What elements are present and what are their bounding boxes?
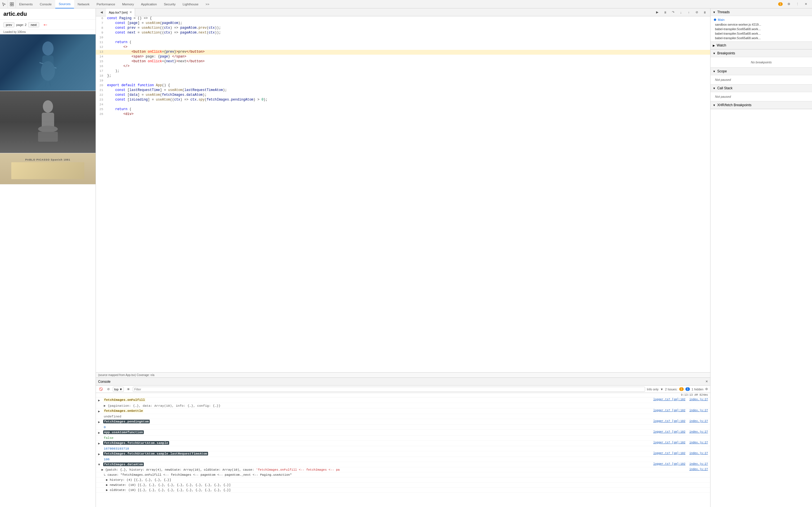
- expand-arrow-7[interactable]: ▼: [98, 462, 101, 466]
- link-logger-3[interactable]: logger.ts? [sm]:102: [653, 420, 688, 423]
- tab-network[interactable]: Network: [74, 0, 93, 8]
- thread-worker-2[interactable]: babel-transpiler.5ce65a68.work...: [713, 27, 810, 31]
- link-index-4[interactable]: index.js:27: [689, 431, 710, 434]
- file-tab-close[interactable]: ✕: [130, 10, 132, 14]
- console-filter-input[interactable]: [133, 387, 645, 392]
- chevron-down-icon-2: ▼: [660, 388, 663, 391]
- thread-worker-4[interactable]: babel-transpiler.5ce65a68.work...: [713, 36, 810, 40]
- tab-sources[interactable]: Sources: [55, 0, 74, 8]
- console-block-btn[interactable]: ⊘: [105, 386, 111, 392]
- code-line-7: 7 const [page] = useAtom(pageAtom);: [96, 21, 710, 26]
- code-line-23: 23 const [isLoading] = useAtom((ctx) => …: [96, 98, 710, 103]
- expand-arrow-1b[interactable]: ▶: [104, 404, 106, 407]
- sources-step-in-btn[interactable]: ↓: [677, 9, 684, 16]
- sources-back-btn[interactable]: ◀: [98, 9, 105, 16]
- tab-memory[interactable]: Memory: [119, 0, 138, 8]
- expand-history[interactable]: ▶: [106, 478, 108, 482]
- issues-badge-1: 1: [679, 387, 684, 391]
- console-entry-4b: false: [96, 436, 710, 441]
- scope-header[interactable]: ▼ Scope: [711, 68, 812, 75]
- more-options-icon[interactable]: ⋮: [794, 0, 801, 8]
- expand-arrow-4[interactable]: ▶: [98, 431, 101, 435]
- svg-point-12: [38, 126, 58, 132]
- expand-arrow-2[interactable]: ▶: [98, 409, 101, 413]
- expand-arrow-3[interactable]: ▶: [98, 420, 101, 424]
- watch-header[interactable]: ▶ Watch: [711, 42, 812, 49]
- console-timestamp: 9:13:13 AM 824ms: [96, 393, 710, 397]
- expand-oldstate[interactable]: ▶: [106, 489, 108, 492]
- link-index-3[interactable]: index.js:27: [689, 420, 710, 423]
- expand-arrow-7b[interactable]: ▶: [101, 468, 103, 471]
- callstack-header[interactable]: ▼ Call Stack: [711, 84, 812, 92]
- issues-badge-2: 1: [686, 387, 690, 391]
- console-entry-history: ▶ history: (4) [{…}, {…}, {…}, {…}]: [96, 477, 710, 483]
- tab-elements[interactable]: Elements: [16, 0, 36, 8]
- scope-content: Not paused: [711, 75, 812, 84]
- threads-header[interactable]: ▼ Threads: [711, 8, 812, 16]
- console-clear-btn[interactable]: 🚫: [98, 386, 104, 392]
- expand-arrow-1[interactable]: ▶: [98, 398, 101, 402]
- tab-performance[interactable]: Performance: [93, 0, 119, 8]
- tab-security[interactable]: Security: [160, 0, 179, 8]
- link-index-7b[interactable]: index.js:27: [689, 468, 710, 471]
- callstack-chevron: ▼: [713, 87, 716, 90]
- console-eye-btn[interactable]: 👁: [125, 386, 131, 392]
- link-logger-5[interactable]: logger.ts? [sm]:102: [653, 441, 688, 444]
- webpage-controls: prev page: 2 next ←: [0, 20, 96, 30]
- thread-worker-1[interactable]: sandbox-service-worker.js #219...: [713, 22, 810, 27]
- console-toolbar: 🚫 ⊘ top ▼ 👁 Info only ▼ 2 Issues: 1 1 1 …: [96, 386, 710, 393]
- info-only-selector[interactable]: Info only: [647, 388, 659, 391]
- link-index-2[interactable]: index.js:27: [689, 409, 710, 412]
- tab-more[interactable]: >>: [202, 0, 213, 8]
- thread-main[interactable]: Main: [713, 17, 810, 22]
- link-index-5[interactable]: index.js:27: [689, 441, 710, 444]
- console-settings-icon[interactable]: ⚙: [705, 387, 708, 391]
- code-line-22: 22 const [data] = useAtom(fetchImages.da…: [96, 93, 710, 98]
- console-close-btn[interactable]: ✕: [705, 380, 708, 383]
- sources-pause-btn[interactable]: ⏸: [662, 9, 668, 16]
- tab-console[interactable]: Console: [36, 0, 55, 8]
- thread-worker-3[interactable]: babel-transpiler.5ce65a68.work...: [713, 31, 810, 36]
- sources-run-btn[interactable]: ▶: [654, 9, 661, 16]
- right-panel: ▼ Threads Main sandbox-service-worker.js…: [711, 8, 812, 507]
- inspect-icon[interactable]: [8, 0, 16, 8]
- link-index-7[interactable]: index.js:27: [689, 462, 710, 466]
- close-icon[interactable]: ✕: [802, 0, 810, 8]
- next-button[interactable]: next: [28, 22, 39, 27]
- sources-deactivate-btn[interactable]: ⊘: [693, 9, 700, 16]
- link-logger-7[interactable]: logger.ts? [sm]:102: [653, 462, 688, 466]
- link-logger-4[interactable]: logger.ts? [sm]:102: [653, 431, 688, 434]
- link-index-6[interactable]: index.js:27: [689, 452, 710, 455]
- cursor-icon[interactable]: [0, 0, 8, 8]
- console-context-selector[interactable]: top ▼: [113, 387, 124, 392]
- tab-lighthouse[interactable]: Lighthouse: [179, 0, 202, 8]
- code-line-25: 25 return (: [96, 107, 710, 112]
- link-logger-6[interactable]: logger.ts? [sm]:102: [653, 452, 688, 455]
- prev-button[interactable]: prev: [3, 22, 14, 27]
- expand-newstate[interactable]: ▶: [106, 483, 108, 487]
- thread-dot-main: [714, 18, 716, 21]
- link-logger-1[interactable]: logger.ts? [sm]:102: [653, 398, 688, 401]
- hidden-label: 1 hidden: [692, 388, 703, 391]
- sources-step-over-btn[interactable]: ↷: [670, 9, 676, 16]
- console-entry-4: ▶ App.useAtom#function logger.ts? [sm]:1…: [96, 430, 710, 436]
- console-entry-7b: ▶ {patch: {…}, history: Array(4), newSta…: [96, 467, 710, 472]
- svg-line-9: [49, 81, 51, 87]
- console-entry-3: ▶ fetchImages.pendingAtom logger.ts? [sm…: [96, 419, 710, 425]
- expand-arrow-5[interactable]: ▶: [98, 441, 101, 445]
- xhr-title: XHR/fetch Breakpoints: [717, 103, 751, 107]
- breakpoints-header[interactable]: ▼ Breakpoints: [711, 50, 812, 57]
- link-index-1[interactable]: index.js:27: [689, 398, 710, 401]
- webpage-title: artic.edu: [3, 11, 92, 17]
- page-label: page: 2: [16, 23, 27, 26]
- xhr-header[interactable]: ▼ XHR/fetch Breakpoints: [711, 101, 812, 109]
- watch-chevron: ▶: [713, 44, 715, 47]
- sources-file-tab[interactable]: App.tsx? [sm] ✕: [106, 8, 135, 16]
- settings-icon[interactable]: ⚙: [785, 0, 793, 8]
- tab-application[interactable]: Application: [138, 0, 160, 8]
- issues-btn[interactable]: 1: [776, 0, 784, 8]
- expand-arrow-6[interactable]: ▶: [98, 452, 101, 456]
- sources-step-out-btn[interactable]: ↑: [686, 9, 692, 16]
- link-logger-2[interactable]: logger.ts? [sm]:102: [653, 409, 688, 412]
- sources-settings-btn[interactable]: ⏸: [701, 9, 708, 16]
